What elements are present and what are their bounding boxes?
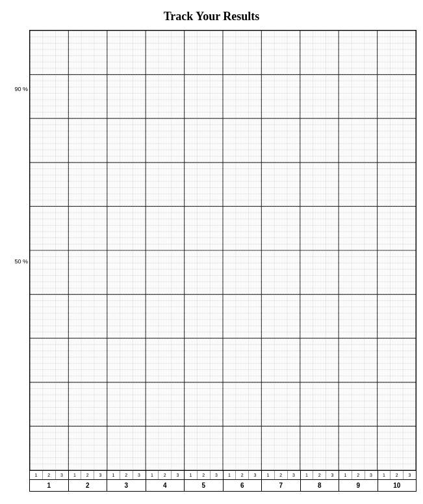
sub-label-cell: 3 [404,471,416,479]
col-number-cell: 5 [185,480,224,491]
sub-label-cell: 2 [352,471,365,479]
col-number-cell: 3 [107,480,146,491]
col-number-cell: 9 [339,480,378,491]
sub-label-cell: 1 [378,471,391,479]
sub-label-cell: 1 [146,471,159,479]
y-axis-inner: 90 % 50 % [6,30,29,467]
sub-label-cell: 1 [224,471,237,479]
sub-label-cell: 1 [107,471,120,479]
sub-label-cell: 1 [69,471,82,479]
col-number-cell: 2 [69,480,108,491]
sub-label-cell: 3 [133,471,146,479]
sub-label-cell: 3 [56,471,68,479]
sub-label-cell: 1 [30,471,43,479]
col-number-cell: 10 [378,480,417,491]
sub-label-cell: 3 [94,471,107,479]
sub-label-cell: 2 [159,471,172,479]
sub-labels-row: 123123123123123123123123123123 [30,470,416,479]
sub-label-cell: 3 [326,471,339,479]
sub-label-cell: 1 [185,471,198,479]
sub-label-cell: 3 [211,471,223,479]
sub-label-cell: 1 [301,471,314,479]
y-label-90: 90 % [14,86,28,92]
sub-label-cell: 2 [120,471,133,479]
sub-label-cell: 3 [249,471,261,479]
sub-label-cell: 3 [288,471,300,479]
sub-label-cell: 2 [236,471,249,479]
main-grid: 123123123123123123123123123123 123456789… [29,30,417,492]
grid-area [30,31,416,470]
sub-label-cell: 2 [81,471,94,479]
col-number-cell: 6 [224,480,263,491]
grid-svg [30,31,416,470]
page-title: Track Your Results [6,10,417,23]
col-number-cell: 8 [301,480,340,491]
y-axis: 90 % 50 % [6,30,29,492]
sub-label-cell: 2 [313,471,326,479]
sub-label-cell: 3 [172,471,184,479]
sub-label-cell: 2 [198,471,211,479]
col-number-cell: 4 [146,480,185,491]
sub-label-cell: 1 [339,471,352,479]
sub-label-cell: 1 [262,471,275,479]
page-container: Track Your Results 90 % 50 % 12312312312… [0,0,423,504]
col-number-cell: 1 [30,480,69,491]
sub-label-cell: 2 [391,471,404,479]
y-label-50: 50 % [14,258,28,265]
col-number-cell: 7 [262,480,301,491]
sub-label-cell: 3 [365,471,378,479]
col-numbers-row: 12345678910 [30,479,416,491]
sub-label-cell: 2 [275,471,288,479]
sub-label-cell: 2 [43,471,56,479]
